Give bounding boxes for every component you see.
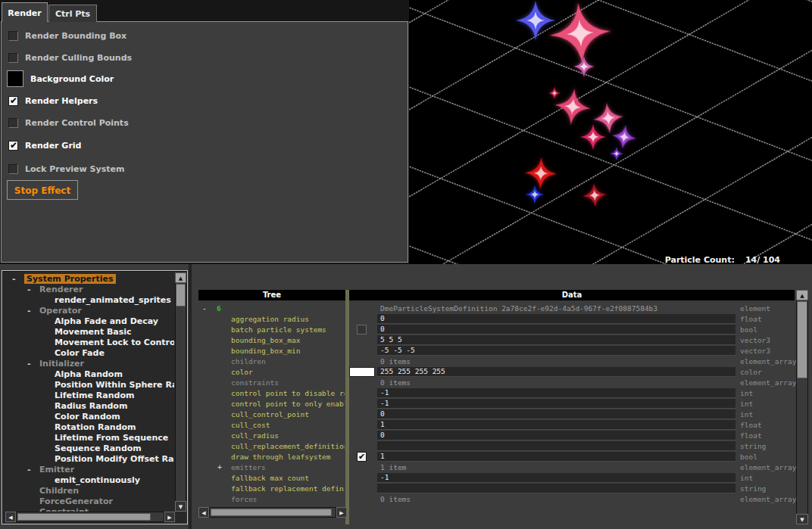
system-tree-item-forcegenerator[interactable]: ForceGenerator (5, 496, 174, 507)
attribute-name-children[interactable]: children (231, 357, 345, 367)
grid-vscroll-down-icon[interactable]: ▼ (796, 514, 808, 524)
attribute-value-field-cull-replacement-definition[interactable] (377, 441, 735, 451)
option-checkbox[interactable] (8, 96, 18, 106)
system-tree-vscroll-thumb[interactable] (176, 284, 186, 307)
attribute-value-field-cull-control-point[interactable]: 0 (377, 409, 735, 419)
attribute-name-bounding-box-min[interactable]: bounding_box_min (231, 347, 345, 356)
attribute-value-field-cull-cost[interactable]: 1 (377, 420, 735, 430)
attribute-name-cull-replacement-definition[interactable]: cull_replacement_definition (231, 442, 345, 452)
option-checkbox[interactable] (8, 53, 18, 63)
render-settings-panel: Render Ctrl Pts Render Bounding BoxRende… (0, 0, 409, 264)
system-tree-item-render-animated-sprites[interactable]: render_animated_sprites (5, 295, 174, 306)
attribute-name-forces[interactable]: forces (231, 495, 345, 505)
system-tree-item-movement-lock-to-control-point[interactable]: Movement Lock to Control Point (5, 338, 174, 348)
system-tree-item-position-modify-offset-random[interactable]: Position Modify Offset Random (5, 454, 174, 465)
attribute-value-field-aggregation-radius[interactable]: 0 (377, 314, 735, 324)
grid-hscroll-right-icon[interactable]: ▶ (336, 507, 347, 518)
option-label: Lock Preview System (25, 164, 124, 174)
attribute-name-cull-cost[interactable]: cull_cost (231, 421, 345, 431)
attribute-name-fallback-max-count[interactable]: fallback max count (231, 474, 345, 484)
system-tree-item-alpha-fade-and-decay[interactable]: Alpha Fade and Decay (5, 316, 174, 327)
attribute-name-color[interactable]: color (231, 368, 345, 378)
system-tree-vscroll-track[interactable] (175, 272, 186, 512)
system-tree-item-alpha-random[interactable]: Alpha Random (5, 369, 174, 380)
system-tree-item-radius-random[interactable]: Radius Random (5, 401, 174, 412)
system-tree-item-color-random[interactable]: Color Random (5, 412, 174, 422)
grid-hscroll-left-icon[interactable]: ◀ (198, 507, 209, 518)
attribute-name-control-point-to-only-enable-rer[interactable]: control point to only enable rer (231, 400, 345, 409)
attribute-name-draw-through-leafsystem[interactable]: draw through leafsystem (231, 453, 345, 462)
system-tree-item-position-within-sphere-random[interactable]: Position Within Sphere Random (5, 380, 174, 391)
attribute-value-field-color[interactable]: 255 255 255 255 (377, 367, 735, 377)
attribute-value-field-fallback-replacement-definition[interactable] (377, 484, 735, 493)
sparkle (551, 85, 595, 129)
tree-collapse-icon[interactable]: - (27, 465, 31, 475)
system-tree-vscroll-down-icon[interactable]: ▼ (175, 501, 186, 512)
panel-splitter[interactable] (189, 264, 192, 529)
attribute-name-emitters[interactable]: emitters (231, 463, 345, 473)
option-checkbox[interactable] (8, 118, 18, 128)
system-tree-hscroll-right-icon[interactable]: ▶ (164, 512, 175, 522)
attribute-value-field-cull-radius[interactable]: 0 (377, 431, 735, 440)
system-tree-item-emit-continuously[interactable]: emit_continuously (5, 475, 174, 486)
system-tree-item-movement-basic[interactable]: Movement Basic (5, 327, 174, 338)
system-tree-hscroll-thumb[interactable] (17, 513, 151, 521)
background-color-swatch[interactable] (7, 70, 23, 87)
sparkle (548, 86, 561, 100)
system-tree-item-children[interactable]: Children (5, 486, 174, 496)
attribute-value-field-bounding-box-min[interactable]: -5 -5 -5 (377, 346, 735, 356)
system-tree-item-system-properties[interactable]: -System Properties (5, 274, 174, 285)
attribute-value-field-control-point-to-disable-renderi[interactable]: -1 (377, 388, 735, 398)
option-checkbox[interactable] (8, 141, 18, 151)
attribute-type-label: float (740, 421, 762, 429)
system-tree-item-initializer[interactable]: -Initializer (5, 359, 174, 369)
attribute-expand-icon[interactable]: - (202, 304, 207, 314)
attribute-value-field-draw-through-leafsystem[interactable]: 1 (377, 452, 735, 462)
attribute-name-6[interactable]: 6 (217, 304, 345, 314)
grid-vscroll-thumb[interactable] (797, 301, 807, 378)
tab-render[interactable]: Render (2, 2, 48, 22)
tree-item-label: Sequence Random (55, 443, 142, 453)
attribute-name-control-point-to-disable-renderi[interactable]: control point to disable renderi (231, 389, 345, 399)
attribute-color-swatch-color[interactable] (349, 367, 375, 377)
attribute-name-constraints[interactable]: constraints (231, 378, 345, 388)
attribute-value-field-batch-particle-systems[interactable]: 0 (377, 325, 735, 335)
preview-viewport[interactable]: Particle Count:14/ 104 (409, 0, 812, 264)
option-checkbox[interactable] (8, 164, 18, 174)
grid-vscroll-up-icon[interactable]: ▲ (796, 290, 808, 300)
attribute-expand-icon[interactable]: + (217, 463, 222, 473)
system-tree-item-emitter[interactable]: -Emitter (5, 465, 174, 475)
system-tree-vscroll-up-icon[interactable]: ▲ (175, 272, 186, 283)
attribute-checkbox-draw-through-leafsystem[interactable] (357, 452, 367, 462)
system-tree-item-sequence-random[interactable]: Sequence Random (5, 443, 174, 454)
tree-item-label: Alpha Fade and Decay (55, 316, 158, 326)
attribute-value-field-bounding-box-max[interactable]: 5 5 5 (377, 335, 735, 345)
system-tree-item-renderer[interactable]: -Renderer (5, 285, 174, 295)
grid-column-divider[interactable] (345, 290, 349, 524)
attribute-name-batch-particle-systems[interactable]: batch particle systems (231, 325, 345, 335)
attribute-value-field-fallback-max-count[interactable]: -1 (377, 473, 735, 483)
render-option-row: Lock Preview System (8, 160, 124, 177)
system-tree-item-rotation-random[interactable]: Rotation Random (5, 422, 174, 433)
attribute-name-bounding-box-max[interactable]: bounding_box_max (231, 336, 345, 346)
attribute-value-field-control-point-to-only-enable-rer[interactable]: -1 (377, 399, 735, 409)
system-tree-hscroll-left-icon[interactable]: ◀ (5, 512, 16, 522)
attribute-checkbox-batch-particle-systems[interactable] (357, 325, 367, 335)
attribute-name-cull-control-point[interactable]: cull_control_point (231, 410, 345, 420)
tree-collapse-icon[interactable]: - (12, 274, 16, 284)
tree-collapse-icon[interactable]: - (27, 359, 31, 369)
attribute-name-cull-radius[interactable]: cull_radius (231, 431, 345, 441)
attribute-name-fallback-replacement-definition[interactable]: fallback replacement definition (231, 484, 345, 494)
tree-collapse-icon[interactable]: - (27, 285, 31, 294)
system-tree-item-lifetime-random[interactable]: Lifetime Random (5, 391, 174, 401)
tree-item-label: emit_continuously (55, 475, 140, 485)
stop-effect-button[interactable]: Stop Effect (7, 180, 78, 200)
attribute-name-aggregation-radius[interactable]: aggregation radius (231, 315, 345, 325)
grid-hscroll-thumb[interactable] (211, 509, 332, 516)
system-tree-item-lifetime-from-sequence[interactable]: Lifetime From Sequence (5, 433, 174, 443)
system-tree-item-color-fade[interactable]: Color Fade (5, 348, 174, 359)
system-tree-item-operator[interactable]: -Operator (5, 306, 174, 316)
option-checkbox[interactable] (8, 31, 18, 41)
tab-ctrl-pts[interactable]: Ctrl Pts (48, 5, 97, 22)
tree-collapse-icon[interactable]: - (27, 306, 31, 316)
